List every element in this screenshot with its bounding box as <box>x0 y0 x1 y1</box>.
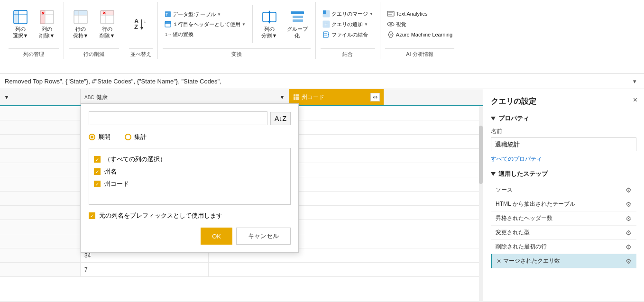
dialog-list-item-statename[interactable]: 州名 <box>94 165 285 178</box>
group-row-reduce-content: 行の保持▼ 行の削除▼ <box>69 2 119 46</box>
data-type-icon: T <box>165 11 171 18</box>
td-index-7 <box>0 192 81 205</box>
checkbox-prefix[interactable] <box>89 212 95 219</box>
all-properties-link[interactable]: すべてのプロパティ <box>491 155 636 163</box>
svg-point-49 <box>389 23 392 26</box>
table-area: ▼ ABC 健康 ▼ 州コード ⇔ <box>0 89 483 301</box>
radio-aggregate-circle <box>125 134 131 140</box>
query-add-button[interactable]: + クエリの追加 ▼ <box>321 19 375 29</box>
dialog-list-item-statename-label: 州名 <box>104 167 117 176</box>
step-removed-first-row[interactable]: 削除された最初の行 ⚙ <box>491 240 636 254</box>
row-delete-button[interactable]: 行の削除▼ <box>95 8 119 40</box>
scrollbar-thumb[interactable] <box>479 126 483 184</box>
th-health-dropdown[interactable]: ▼ <box>279 94 285 101</box>
formula-expand-button[interactable]: ▾ <box>630 76 639 86</box>
steps-list: ソース ⚙ HTML から抽出されたテーブル ⚙ 昇格されたヘッダー数 ⚙ 変更… <box>491 183 636 268</box>
value-replace-icon: 1→2 <box>165 31 171 37</box>
th-index: ▼ <box>0 89 81 105</box>
col-split-button[interactable]: 列の分割▼ <box>258 8 281 40</box>
row-delete-label: 行の削除▼ <box>100 26 115 38</box>
step-promoted-headers-gear[interactable]: ⚙ <box>626 215 632 222</box>
dialog-search-button[interactable]: A↓Z <box>270 112 291 125</box>
text-analytics-icon <box>387 10 395 18</box>
group-by-button[interactable]: グループ化 <box>284 8 311 40</box>
header-row-button[interactable]: １行目をヘッダーとして使用 ▼ <box>163 20 248 29</box>
dialog-list-item-all[interactable]: （すべての列の選択） <box>94 153 285 165</box>
step-source[interactable]: ソース ⚙ <box>491 183 636 197</box>
sort-az-button[interactable]: A Z ↓ <box>129 15 153 34</box>
group-combine: クエリのマージ ▼ + クエリの追加 ▼ <box>316 2 380 59</box>
radio-expand[interactable]: 展開 <box>89 133 110 141</box>
step-removed-first-row-gear[interactable]: ⚙ <box>626 243 632 251</box>
query-add-icon: + <box>322 20 330 28</box>
dialog-list-item-statecode-label: 州コード <box>104 180 129 188</box>
col-select-icon <box>13 9 28 25</box>
svg-rect-15 <box>101 10 114 15</box>
td-index-8 <box>0 206 81 220</box>
col-delete-label: 列の削除▼ <box>39 26 55 38</box>
svg-point-50 <box>390 34 392 36</box>
step-changed-type[interactable]: 変更された型 ⚙ <box>491 226 636 240</box>
scrollbar-track[interactable] <box>479 106 483 301</box>
step-html-table[interactable]: HTML から抽出されたテーブル ⚙ <box>491 197 636 211</box>
panel-title: クエリの設定 <box>491 97 636 107</box>
ai-small-btns: Text Analytics 視覚 Az <box>385 9 454 39</box>
step-removed-first-row-label: 削除された最初の行 <box>496 243 547 251</box>
col-select-button[interactable]: 列の選択▼ <box>9 8 32 40</box>
td-index-2 <box>0 120 81 134</box>
azure-ml-button[interactable]: Azure Machine Learning <box>385 30 454 39</box>
step-changed-type-gear[interactable]: ⚙ <box>626 229 632 237</box>
group-col-management: 列の選択▼ 列の削除▼ <box>4 2 64 59</box>
panel-close-button[interactable]: × <box>633 96 637 104</box>
dialog-list-item-all-label: （すべての列の選択） <box>104 155 166 164</box>
th-statecode-expand[interactable]: ⇔ <box>370 93 380 101</box>
td-index-6 <box>0 177 81 191</box>
value-replace-button[interactable]: 1→2 値の置換 <box>163 30 248 39</box>
radio-aggregate[interactable]: 集計 <box>125 133 147 141</box>
group-transform: T データ型:テーブル ▼ １行目をヘッダーとして使用 ▼ <box>158 2 316 59</box>
name-input[interactable] <box>491 137 636 151</box>
query-add-label: クエリの追加 <box>331 21 363 28</box>
svg-rect-11 <box>74 10 87 15</box>
properties-section-header: プロパティ <box>491 114 636 123</box>
text-analytics-button[interactable]: Text Analytics <box>385 9 454 18</box>
dialog-list-item-statecode[interactable]: 州コード <box>94 178 285 190</box>
data-type-label: データ型:テーブル <box>173 11 216 18</box>
file-merge-icon <box>322 31 330 38</box>
th-health-type: ABC <box>84 95 94 100</box>
header-row-label: １行目をヘッダーとして使用 <box>173 21 240 28</box>
th-index-dropdown[interactable]: ▼ <box>4 94 9 101</box>
col-delete-button[interactable]: 列の削除▼ <box>35 8 59 40</box>
svg-text:1→2: 1→2 <box>165 32 171 37</box>
file-merge-button[interactable]: ファイルの結合 <box>321 30 375 39</box>
ok-button[interactable]: OK <box>201 228 232 245</box>
dialog-prefix-label: 元の列名をプレフィックスとして使用します <box>99 211 222 220</box>
data-type-button[interactable]: T データ型:テーブル ▼ <box>163 10 248 19</box>
row-keep-icon <box>73 9 88 25</box>
radio-expand-circle <box>89 134 95 140</box>
step-changed-type-label: 変更された型 <box>496 229 530 237</box>
step-source-gear[interactable]: ⚙ <box>626 186 632 194</box>
dialog-radio-row: 展開 集計 <box>89 133 291 141</box>
td-index-3 <box>0 135 81 148</box>
dialog-search-input[interactable] <box>89 111 267 125</box>
step-merged-queries[interactable]: ✕ マージされたクエリ数 ⚙ <box>491 254 636 268</box>
row-delete-icon <box>100 9 115 25</box>
expand-dialog: A↓Z 展開 集計 （すべての列の選択） 州名 <box>81 103 299 253</box>
vision-button[interactable]: 視覚 <box>385 19 454 29</box>
group-combine-label: 結合 <box>321 48 375 59</box>
row-keep-button[interactable]: 行の保持▼ <box>69 8 92 40</box>
step-merged-queries-gear[interactable]: ⚙ <box>626 257 632 265</box>
th-statecode: 州コード ⇔ <box>289 89 384 105</box>
query-merge-button[interactable]: クエリのマージ ▼ <box>321 9 375 18</box>
td-index-11 <box>0 248 81 262</box>
group-transform-content: T データ型:テーブル ▼ １行目をヘッダーとして使用 ▼ <box>163 2 311 46</box>
text-analytics-label: Text Analytics <box>396 11 428 17</box>
step-merged-x: ✕ <box>497 258 501 265</box>
cancel-button[interactable]: キャンセル <box>236 228 291 245</box>
step-promoted-headers[interactable]: 昇格されたヘッダー数 ⚙ <box>491 211 636 226</box>
table-row: 7 <box>0 263 483 277</box>
col-select-label: 列の選択▼ <box>13 26 28 38</box>
step-promoted-headers-label: 昇格されたヘッダー数 <box>496 214 552 222</box>
step-html-table-gear[interactable]: ⚙ <box>626 201 632 208</box>
